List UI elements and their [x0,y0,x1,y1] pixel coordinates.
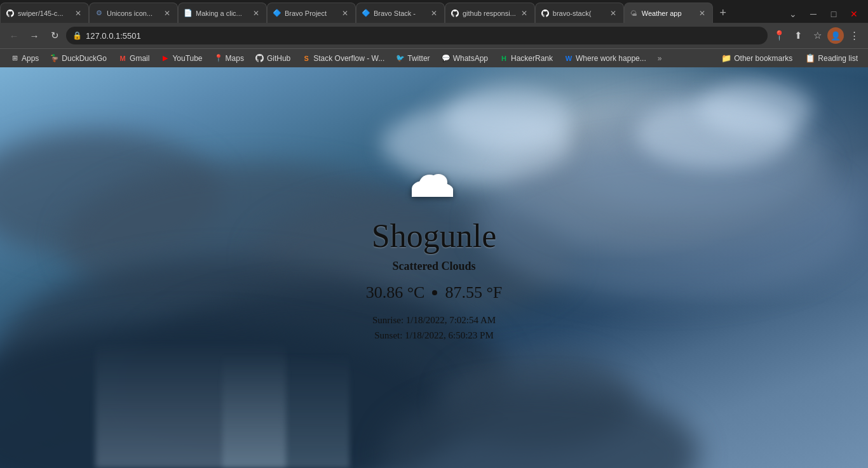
bookmark-gmail[interactable]: M Gmail [113,53,154,64]
bookmark-whatsapp-label: WhatsApp [453,54,488,63]
other-bookmarks-label: Other bookmarks [734,54,792,63]
tab-title-bravo-project: Bravo Project [285,10,337,17]
github-favicon [255,54,264,63]
tab-close-responsive[interactable]: ✕ [519,8,529,18]
bookmark-youtube[interactable]: ▶ YouTube [156,53,207,64]
whatsapp-favicon: 💬 [442,54,451,63]
profile-avatar[interactable]: 👤 [827,27,844,44]
tab-weather[interactable]: 🌤 Weather app ✕ [624,3,713,23]
tab-title-bravo-stack2: bravo-stack( [553,10,605,17]
tab-favicon-unicons: ⚙ [95,9,104,18]
forward-button[interactable]: → [25,27,43,44]
bookmark-duckduckgo[interactable]: 🦆 DuckDuckGo [45,53,112,64]
tab-controls: ⌄ ─ □ ✕ [784,5,868,23]
tab-title-bravo-stack: Bravo Stack - [374,10,426,17]
sunrise-text: Sunrise: 1/18/2022, 7:02:54 AM [372,312,496,328]
address-bar[interactable]: 🔒 127.0.0.1:5501 [66,27,768,44]
share-icon[interactable]: ⬆ [789,27,807,44]
tab-responsive[interactable]: github responsi... ✕ [445,3,535,23]
tab-title-making: Making a clic... [196,10,248,17]
tab-list-button[interactable]: ⌄ [784,5,802,23]
twitter-favicon: 🐦 [396,54,405,63]
tab-favicon-bravo-stack2 [541,9,550,18]
svg-point-3 [430,174,447,191]
temp-separator-dot [432,290,437,295]
address-text: 127.0.0.1:5501 [86,31,761,41]
tab-favicon-bravo-project: 🔷 [273,9,281,18]
tab-making[interactable]: 📄 Making a clic... ✕ [178,3,267,23]
tab-close-making[interactable]: ✕ [251,8,261,18]
weather-overlay: Shogunle Scattered Clouds 30.86 °C 87.55… [0,67,868,468]
maps-favicon: 📍 [214,54,223,63]
tab-close-bravo-stack2[interactable]: ✕ [608,8,618,18]
tab-close-unicons[interactable]: ✕ [162,8,172,18]
bookmark-icon[interactable]: ☆ [808,27,826,44]
bookmark-apps[interactable]: ⊞ Apps [5,53,44,64]
close-window-button[interactable]: ✕ [845,5,863,23]
youtube-favicon: ▶ [161,54,170,63]
bookmark-duckduckgo-label: DuckDuckGo [62,54,107,63]
tab-unicons[interactable]: ⚙ Unicons icon... ✕ [89,3,178,23]
maximize-button[interactable]: □ [825,5,843,23]
bookmark-hackerrank-label: HackerRank [511,54,553,63]
lock-icon: 🔒 [72,31,82,40]
tab-bravo-project[interactable]: 🔷 Bravo Project ✕ [267,3,356,23]
tab-title-responsive: github responsi... [463,10,516,17]
bookmarks-bar: ⊞ Apps 🦆 DuckDuckGo M Gmail ▶ YouTube 📍 … [0,48,868,67]
bookmark-apps-label: Apps [22,54,39,63]
stackoverflow-favicon: S [302,54,311,63]
bookmark-maps[interactable]: 📍 Maps [209,53,249,64]
location-icon[interactable]: 📍 [770,27,788,44]
tab-close-swiper[interactable]: ✕ [73,8,83,18]
temperature-row: 30.86 °C 87.55 °F [366,283,503,302]
bookmark-stackoverflow-label: Stack Overflow - W... [313,54,384,63]
tab-close-weather[interactable]: ✕ [697,8,707,18]
city-name: Shogunle [372,217,496,255]
bookmark-github[interactable]: GitHub [250,53,295,64]
bookmark-whatsapp[interactable]: 💬 WhatsApp [437,53,493,64]
temp-fahrenheit: 87.55 °F [445,283,502,302]
bookmark-other-bookmarks[interactable]: 📁 Other bookmarks [716,52,797,64]
nav-bar: ← → ↻ 🔒 127.0.0.1:5501 📍 ⬆ ☆ 👤 ⋮ [0,23,868,48]
tab-bravo-stack[interactable]: 🔷 Bravo Stack - ✕ [356,3,445,23]
temp-celsius: 30.86 °C [366,283,425,302]
bookmark-github-label: GitHub [267,54,290,63]
bookmark-reading-list[interactable]: 📋 Reading list [800,52,863,64]
tab-bravo-stack2[interactable]: bravo-stack( ✕ [535,3,624,23]
bookmark-workplace-label: Where work happe... [576,54,646,63]
bookmark-hackerrank[interactable]: H HackerRank [494,53,558,64]
svg-rect-4 [412,189,453,197]
bookmarks-right: 📁 Other bookmarks 📋 Reading list [716,52,863,64]
tab-close-bravo-project[interactable]: ✕ [340,8,350,18]
tab-swiper[interactable]: swiper/145-c... ✕ [0,3,89,23]
bookmark-twitter[interactable]: 🐦 Twitter [391,53,435,64]
minimize-button[interactable]: ─ [804,5,822,23]
gmail-favicon: M [118,54,127,63]
menu-icon[interactable]: ⋮ [845,27,863,44]
other-bookmarks-favicon: 📁 [721,53,731,63]
bookmark-twitter-label: Twitter [407,54,430,63]
bookmark-workplace[interactable]: W Where work happe... [559,53,651,64]
apps-favicon: ⊞ [10,54,19,63]
bookmark-stackoverflow[interactable]: S Stack Overflow - W... [297,53,390,64]
tab-title-unicons: Unicons icon... [107,10,159,17]
new-tab-button[interactable]: + [713,3,733,23]
nav-right: 📍 ⬆ ☆ 👤 ⋮ [770,27,863,44]
duckduckgo-favicon: 🦆 [50,54,59,63]
bookmark-youtube-label: YouTube [172,54,202,63]
browser-chrome: swiper/145-c... ✕ ⚙ Unicons icon... ✕ 📄 … [0,0,868,67]
sunset-text: Sunset: 1/18/2022, 6:50:23 PM [372,328,496,343]
bookmarks-more-button[interactable]: » [654,53,666,64]
weather-description: Scattered Clouds [392,260,475,273]
tab-title-weather: Weather app [642,10,694,17]
weather-cloud-icon [412,168,456,204]
back-button[interactable]: ← [5,27,23,44]
workplace-favicon: W [564,54,573,63]
reading-list-favicon: 📋 [805,53,815,63]
tab-title-swiper: swiper/145-c... [18,10,70,17]
tab-close-bravo-stack[interactable]: ✕ [429,8,439,18]
refresh-button[interactable]: ↻ [46,27,64,44]
tab-favicon-responsive [451,9,459,18]
tab-favicon-bravo-stack: 🔷 [362,9,370,18]
sun-info: Sunrise: 1/18/2022, 7:02:54 AM Sunset: 1… [372,312,496,343]
